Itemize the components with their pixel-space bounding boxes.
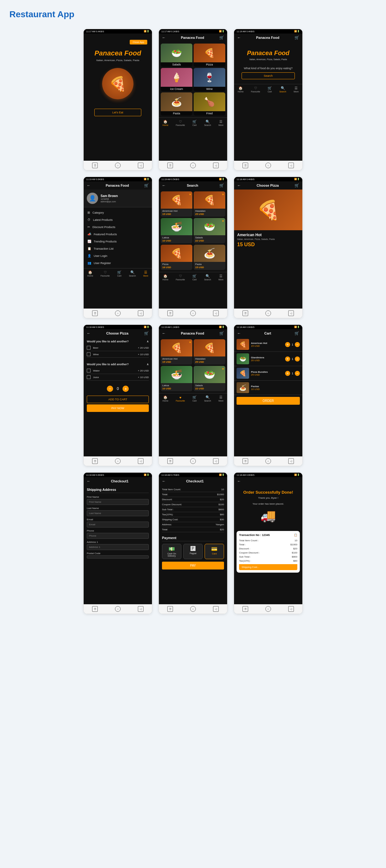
cart-qty-plus-3[interactable]: + xyxy=(285,371,290,376)
category-wine[interactable]: 🍷 Wine xyxy=(194,68,225,91)
category-icecream[interactable]: 🍦 ice Cream xyxy=(161,68,192,91)
menu-btn-5[interactable]: ☰ xyxy=(167,310,173,316)
menu-trending[interactable]: 📈Trending Products xyxy=(84,238,152,245)
fav-prod-4[interactable]: 🥗♥ Salads 22 USD xyxy=(194,366,225,391)
qty-plus[interactable]: + xyxy=(122,385,129,392)
menu-btn-11[interactable]: ☰ xyxy=(167,606,173,612)
back-btn-9[interactable]: ◁ xyxy=(288,458,294,464)
payment-paypal[interactable]: 🅿 Paypal xyxy=(183,544,203,559)
home-btn-4[interactable]: ○ xyxy=(115,310,121,316)
nav-cart-3[interactable]: 🛒Cart xyxy=(266,86,273,93)
addon-check-wine[interactable] xyxy=(87,352,91,356)
cart-icon-4[interactable]: 🛒 xyxy=(144,183,149,188)
addon-beer[interactable]: Beer + 20 USD xyxy=(87,345,149,351)
addon-water[interactable]: Water + 20 USD xyxy=(87,367,149,374)
qty-minus[interactable]: − xyxy=(107,385,113,392)
cart-qty-plus-2[interactable]: + xyxy=(285,356,290,362)
cart-icon-6[interactable]: 🛒 xyxy=(295,183,299,188)
home-btn-12[interactable]: ○ xyxy=(265,606,271,612)
home-btn-11[interactable]: ○ xyxy=(190,606,196,612)
search-prod-2[interactable]: 🍕♥ Hawaiian 25 USD xyxy=(194,191,225,217)
back-arrow-6[interactable]: ← xyxy=(237,183,241,188)
nav-home-8[interactable]: 🏠Home xyxy=(161,395,170,403)
nav-more-2[interactable]: ☰More xyxy=(217,119,225,127)
menu-btn-9[interactable]: ☰ xyxy=(242,458,248,464)
home-btn-5[interactable]: ○ xyxy=(190,310,196,316)
back-btn-10[interactable]: ◁ xyxy=(138,606,144,612)
fav-prod-3[interactable]: 🍜 Laksa 10 USD xyxy=(161,366,192,391)
home-btn-3[interactable]: ○ xyxy=(265,162,271,168)
back-btn-8[interactable]: ◁ xyxy=(213,458,219,464)
back-btn-6[interactable]: ◁ xyxy=(288,310,294,316)
nav-fav-8[interactable]: ♥Favourite xyxy=(175,395,186,403)
menu-discount[interactable]: ✂Discount Products xyxy=(84,223,152,230)
addon-check-water[interactable] xyxy=(87,369,91,372)
menu-register[interactable]: 👥User Register xyxy=(84,259,152,267)
back-btn-7[interactable]: ◁ xyxy=(138,458,144,464)
home-btn-2[interactable]: ○ xyxy=(190,162,196,168)
menu-featured[interactable]: 📣Featured Products xyxy=(84,230,152,238)
fav-prod-2[interactable]: 🍕 Hawaiian 25 USD xyxy=(194,339,225,365)
search-prod-1[interactable]: 🍕♥ American Hot 15 USD xyxy=(161,191,192,217)
cart-icon-9[interactable]: 🛒 xyxy=(295,331,299,336)
menu-category[interactable]: ⊞Category xyxy=(84,209,152,216)
addon-check-juice[interactable] xyxy=(87,375,91,379)
nav-home-2[interactable]: 🏠Home xyxy=(161,119,170,127)
nav-search-5[interactable]: 🔍Search xyxy=(203,274,212,281)
back-arrow-7[interactable]: ← xyxy=(87,331,91,336)
category-salads[interactable]: 🥗 Salads xyxy=(161,43,192,67)
search-box-3[interactable]: Search xyxy=(242,72,295,79)
order-button[interactable]: ORDER xyxy=(237,397,300,405)
back-arrow-2[interactable]: ← xyxy=(162,35,166,40)
menu-btn-2[interactable]: ☰ xyxy=(167,162,173,168)
nav-search-8[interactable]: 🔍Search xyxy=(203,395,212,403)
cart-icon-3[interactable]: 🛒 xyxy=(295,35,299,40)
search-prod-5[interactable]: 🍕 Pizza 18 USD xyxy=(161,245,192,270)
back-btn-1[interactable]: ◁ xyxy=(138,162,144,168)
back-arrow-5[interactable]: ← xyxy=(162,183,166,188)
back-arrow-4[interactable]: ← xyxy=(87,183,91,188)
cart-icon-5[interactable]: 🛒 xyxy=(219,183,224,188)
back-arrow-10[interactable]: ← xyxy=(87,479,91,483)
search-prod-6[interactable]: 🍝 Pasta 15 USD xyxy=(194,245,225,270)
nav-more-4[interactable]: ☰More xyxy=(142,270,149,278)
addon-juice[interactable]: Juice + 10 USD xyxy=(87,374,149,380)
fav-prod-1[interactable]: 🍕♥ American Hot 15 USD xyxy=(161,339,192,365)
menu-login[interactable]: 👤User Login xyxy=(84,252,152,259)
nav-cart-2[interactable]: 🛒Cart xyxy=(191,119,198,127)
payment-cash[interactable]: 💵 Cash On Delivery xyxy=(162,544,181,559)
nav-more-8[interactable]: ☰More xyxy=(217,395,225,403)
search-prod-3[interactable]: 🍜 Laksa 10 USD xyxy=(161,218,192,243)
nav-home-4[interactable]: 🏠Home xyxy=(86,270,95,278)
back-arrow-12[interactable]: ← xyxy=(237,479,241,483)
pay-button[interactable]: PAY xyxy=(162,562,224,569)
nav-fav-2[interactable]: ♡Favourite xyxy=(175,119,186,127)
cart-icon-2[interactable]: 🛒 xyxy=(219,35,224,40)
back-arrow-9[interactable]: ← xyxy=(237,331,241,336)
cart-qty-minus-2[interactable]: − xyxy=(295,356,300,362)
payment-card[interactable]: 💳 Card xyxy=(205,544,224,559)
pay-now-button[interactable]: PAY NOW xyxy=(87,404,149,412)
menu-btn-7[interactable]: ☰ xyxy=(92,458,98,464)
home-btn-9[interactable]: ○ xyxy=(265,458,271,464)
nav-search-3[interactable]: 🔍Search xyxy=(278,86,287,93)
nav-more-3[interactable]: ☰More xyxy=(292,86,300,93)
menu-btn-8[interactable]: ☰ xyxy=(167,458,173,464)
home-btn-10[interactable]: ○ xyxy=(115,606,121,612)
addon-check-beer[interactable] xyxy=(87,346,91,349)
nav-fav-3[interactable]: ♡Favourite xyxy=(250,86,261,93)
category-pizza[interactable]: 🍕 Pizza xyxy=(194,43,225,67)
back-btn-2[interactable]: ◁ xyxy=(213,162,219,168)
nav-search-4[interactable]: 🔍Search xyxy=(127,270,137,278)
cart-qty-plus-1[interactable]: + xyxy=(285,342,290,347)
menu-btn-6[interactable]: ☰ xyxy=(242,310,248,316)
addon-wine[interactable]: Wine + 10 USD xyxy=(87,351,149,358)
back-btn-5[interactable]: ◁ xyxy=(213,310,219,316)
category-fried[interactable]: 🍗 Fried xyxy=(194,92,225,116)
category-pasta[interactable]: 🍝 Pasta xyxy=(161,92,192,116)
nav-home-5[interactable]: 🏠Home xyxy=(161,274,170,281)
cart-icon-7[interactable]: 🛒 xyxy=(144,331,149,336)
home-btn-8[interactable]: ○ xyxy=(190,458,196,464)
cart-qty-minus-1[interactable]: − xyxy=(295,342,300,347)
search-prod-4[interactable]: 🥗♥ Salads 22 USD xyxy=(194,218,225,243)
